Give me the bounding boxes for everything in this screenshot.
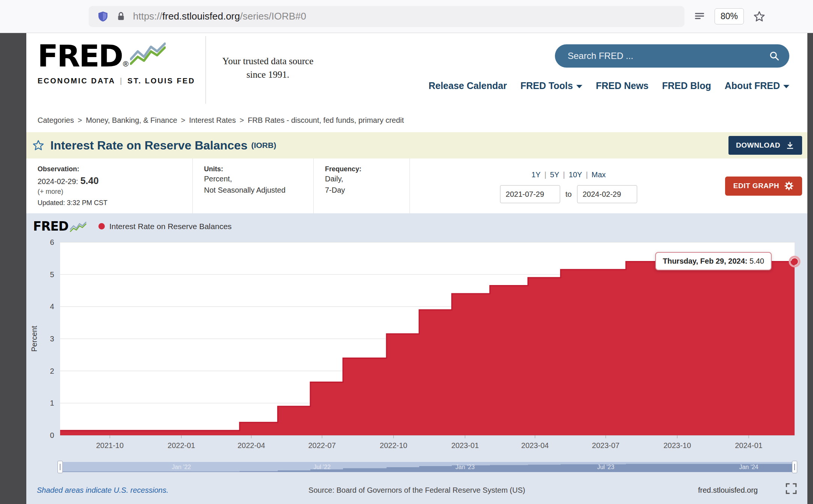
breadcrumb-separator: > (78, 116, 82, 125)
edit-graph-button-label: EDIT GRAPH (733, 182, 779, 190)
logo-subtext: ECONOMIC DATA (38, 77, 115, 85)
legend-series-name: Interest Rate on Reserve Balances (109, 222, 232, 231)
chevron-down-icon (576, 85, 582, 88)
graph-watermark-text: FRED (33, 220, 68, 232)
date-range-row: to (500, 185, 637, 203)
nav-link-fred-news[interactable]: FRED News (596, 80, 648, 91)
y-tick-label: 0 (50, 431, 54, 439)
fullscreen-icon[interactable] (785, 482, 798, 495)
x-tick-label: 2023-04 (521, 441, 549, 450)
y-axis-title: Percent (30, 326, 38, 352)
legend-series-dot (98, 223, 105, 229)
observation-label: Observation: (38, 165, 183, 173)
range-separator: | (563, 171, 565, 179)
tooltip-date: Thursday, Feb 29, 2024: (663, 257, 747, 265)
range-links: 1Y|5Y|10Y|Max (531, 171, 606, 179)
search-box[interactable] (555, 44, 789, 68)
tagline-line1: Your trusted data source (222, 54, 314, 68)
favorite-star-icon[interactable] (32, 139, 44, 151)
graph-watermark-chart-icon (70, 221, 86, 232)
breadcrumb-separator: > (181, 116, 186, 125)
search-input[interactable] (568, 51, 769, 61)
x-tick-label: 2022-01 (168, 441, 195, 450)
reader-mode-icon[interactable] (694, 11, 706, 23)
slider-tick-label: Jan '23 (455, 464, 475, 470)
frequency-block: Frequency: Daily, 7-Day (313, 158, 410, 213)
start-date-input[interactable] (500, 185, 560, 203)
end-date-input[interactable] (577, 185, 637, 203)
slider-mini-area (60, 464, 795, 472)
more-observations-link[interactable]: (+ more) (38, 188, 183, 196)
slider-handle-right[interactable] (792, 461, 797, 473)
main-chart-svg[interactable]: 01234562021-102022-012022-042022-072022-… (26, 213, 807, 457)
units-block: Units: Percent, Not Seasonally Adjusted (192, 158, 313, 213)
gear-icon (784, 181, 794, 191)
graph-watermark-logo: FRED (33, 220, 86, 232)
x-tick-label: 2024-01 (735, 441, 762, 450)
tracking-shield-icon[interactable] (97, 11, 109, 23)
observation-date: 2024-02-29: (38, 177, 78, 186)
header-right: Release CalendarFRED ToolsFRED NewsFRED … (429, 33, 807, 108)
logo-subtext2: ST. LOUIS FED (127, 77, 195, 85)
nav-link-about-fred[interactable]: About FRED (725, 80, 789, 91)
range-separator: | (544, 171, 546, 179)
y-tick-label: 3 (50, 335, 54, 343)
breadcrumb-link-money-banking-finance[interactable]: Money, Banking, & Finance (86, 116, 177, 125)
breadcrumb-link-interest-rates[interactable]: Interest Rates (189, 116, 236, 125)
search-icon[interactable] (769, 51, 780, 61)
chrome-actions: 80% (694, 8, 766, 24)
slider-mini-svg: Jan '22Jul '22Jan '23Jul '23Jan '24 (60, 462, 795, 472)
range-link-5y[interactable]: 5Y (550, 171, 559, 179)
observation-block: Observation: 2024-02-29:5.40 (+ more) Up… (26, 158, 192, 213)
url-host: fred.stlouisfed.org (162, 11, 240, 22)
updated-timestamp: Updated: 3:32 PM CST (38, 199, 183, 207)
fred-logo[interactable]: FRED ® ECONOMIC DATA | ST. LOUIS FED (26, 36, 206, 104)
nav-link-fred-blog[interactable]: FRED Blog (662, 80, 711, 91)
range-slider[interactable]: Jan '22Jul '22Jan '23Jul '23Jan '24 (60, 462, 795, 472)
x-tick-label: 2022-04 (237, 441, 265, 450)
x-tick-label: 2023-10 (663, 441, 691, 450)
zoom-level-badge[interactable]: 80% (715, 8, 744, 24)
range-link-max[interactable]: Max (592, 171, 606, 179)
browser-chrome: https://fred.stlouisfed.org/series/IORB#… (0, 0, 813, 33)
x-tick-label: 2022-07 (308, 441, 335, 450)
frequency-line2: 7-Day (325, 184, 400, 196)
site-attribution: fred.stlouisfed.org (698, 486, 758, 495)
series-ticker: (IORB) (251, 141, 277, 150)
y-tick-label: 1 (50, 399, 54, 407)
range-link-10y[interactable]: 10Y (569, 171, 582, 179)
chart-tooltip: Thursday, Feb 29, 2024: 5.40 (655, 252, 772, 270)
y-tick-label: 6 (50, 238, 54, 246)
recessions-footnote-link[interactable]: Shaded areas indicate U.S. recessions. (37, 486, 168, 495)
download-icon (786, 141, 795, 150)
y-tick-label: 2 (50, 367, 54, 375)
y-tick-label: 4 (50, 302, 54, 311)
edit-graph-button[interactable]: EDIT GRAPH (725, 177, 802, 196)
y-tick-label: 5 (50, 270, 54, 279)
url-text: https://fred.stlouisfed.org/series/IORB#… (133, 11, 306, 22)
breadcrumb-link-frb-rates-discount-fed-funds-primary-credit[interactable]: FRB Rates - discount, fed funds, primary… (248, 116, 404, 125)
lock-icon[interactable] (116, 11, 126, 22)
range-link-1y[interactable]: 1Y (531, 171, 540, 179)
nav-link-fred-tools[interactable]: FRED Tools (520, 80, 582, 91)
x-tick-label: 2022-10 (380, 441, 407, 450)
units-line1: Percent, (204, 173, 304, 184)
x-tick-label: 2023-07 (592, 441, 620, 450)
observation-value: 5.40 (80, 175, 99, 186)
site-header: FRED ® ECONOMIC DATA | ST. LOUIS FED You… (26, 33, 807, 108)
url-scheme: https:// (133, 11, 162, 22)
edit-graph-block: EDIT GRAPH (725, 158, 807, 213)
screen: https://fred.stlouisfed.org/series/IORB#… (0, 0, 813, 504)
slider-handle-left[interactable] (57, 461, 63, 473)
slider-tick-label: Jan '24 (739, 464, 758, 470)
tagline: Your trusted data source since 1991. (206, 33, 330, 108)
registered-mark: ® (123, 60, 128, 68)
bookmark-star-icon[interactable] (753, 10, 766, 23)
page: FRED ® ECONOMIC DATA | ST. LOUIS FED You… (26, 33, 807, 504)
url-bar[interactable]: https://fred.stlouisfed.org/series/IORB#… (89, 6, 685, 27)
download-button[interactable]: DOWNLOAD (728, 136, 802, 155)
fred-logo-text: FRED (38, 41, 122, 71)
nav-link-release-calendar[interactable]: Release Calendar (429, 80, 507, 91)
frequency-label: Frequency: (325, 165, 400, 173)
breadcrumb-link-categories[interactable]: Categories (38, 116, 74, 125)
